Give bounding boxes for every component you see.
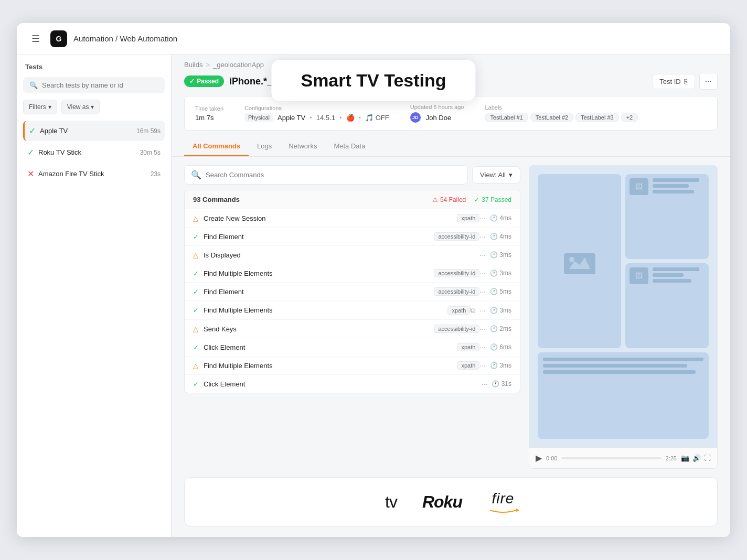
tab-networks[interactable]: Networks xyxy=(280,137,325,156)
command-row[interactable]: △ Send Keys accessibility-id ··· 🕐 2ms xyxy=(185,320,520,338)
command-time: 🕐 5ms xyxy=(490,288,511,295)
test-id-button[interactable]: Test ID ⎘ xyxy=(653,74,695,89)
view-as-button[interactable]: View as ▾ xyxy=(61,100,100,114)
warning-icon: △ xyxy=(193,325,204,333)
test-item-apple-tv[interactable]: ✓ Apple TV 16m 59s xyxy=(23,121,165,141)
fail-icon: ✕ xyxy=(27,169,34,179)
logo-icon: G xyxy=(50,30,67,47)
label-more: +2 xyxy=(621,113,638,122)
command-row[interactable]: ✓ Find Multiple Elements xpath ⧉ ··· 🕐 3… xyxy=(185,301,520,320)
breadcrumb-separator: > xyxy=(206,61,210,69)
more-icon[interactable]: ··· xyxy=(479,343,486,351)
brand-bar: tv Roku fire xyxy=(184,477,718,526)
command-time: 🕐 2ms xyxy=(490,325,511,332)
command-row[interactable]: △ Create New Session xpath ··· 🕐 4ms xyxy=(185,209,520,228)
command-name: Send Keys xyxy=(204,325,430,333)
test-item-fire[interactable]: ✕ Amazon Fire TV Stick 23s xyxy=(23,164,165,184)
commands-summary: 93 Commands ⚠ 54 Failed ✓ 37 Passed xyxy=(185,190,520,209)
tab-logs[interactable]: Logs xyxy=(249,137,280,156)
copy-icon[interactable]: ⧉ xyxy=(470,306,475,315)
more-icon[interactable]: ··· xyxy=(479,361,486,370)
command-time: 🕐 3ms xyxy=(490,270,511,277)
test-item-roku[interactable]: ✓ Roku TV Stick 30m 5s xyxy=(23,142,165,163)
command-name: Is Displayed xyxy=(204,251,479,259)
command-name: Create New Session xyxy=(204,214,453,222)
command-name: Find Multiple Elements xyxy=(204,306,443,314)
breadcrumb-builds[interactable]: Builds xyxy=(184,61,202,69)
sidebar-title: Tests xyxy=(23,63,165,71)
check-icon: ✓ xyxy=(193,233,204,241)
sidebar: Tests 🔍 Filters ▾ View as ▾ xyxy=(17,55,172,537)
label-3: TestLabel #3 xyxy=(575,113,618,122)
command-row[interactable]: ✓ Click Element ··· 🕐 31s xyxy=(185,375,520,393)
tab-all-commands[interactable]: All Commands xyxy=(184,137,249,156)
command-tag: accessibility-id xyxy=(434,269,479,277)
tabs: All Commands Logs Networks Meta Data xyxy=(172,137,730,157)
command-name: Find Element xyxy=(204,288,430,296)
preview-panel: 🖼 🖼 xyxy=(529,165,718,469)
command-tag: xpath xyxy=(457,343,479,351)
more-icon[interactable]: ··· xyxy=(479,232,486,241)
command-tag: xpath xyxy=(457,361,479,370)
check-icon: ✓ xyxy=(474,196,479,203)
menu-button[interactable]: ☰ xyxy=(27,30,44,47)
command-time: 🕐 6ms xyxy=(490,343,511,351)
view-all-button[interactable]: View: All ▾ xyxy=(472,166,520,184)
pass-icon: ✓ xyxy=(29,126,36,136)
header: ☰ G Automation / Web Automation xyxy=(17,23,730,55)
command-name: Click Element xyxy=(204,380,482,388)
test-time: 30m 5s xyxy=(140,149,161,156)
search-input[interactable] xyxy=(42,81,158,89)
commands-panel: 🔍 View: All ▾ 93 Commands xyxy=(184,165,520,469)
fullscreen-icon[interactable]: ⛶ xyxy=(704,454,711,462)
command-row[interactable]: ✓ Find Multiple Elements accessibility-i… xyxy=(185,264,520,283)
app-window: ☰ G Automation / Web Automation Smart TV… xyxy=(17,23,730,537)
command-name: Find Element xyxy=(204,233,430,241)
filters-button[interactable]: Filters ▾ xyxy=(23,100,57,114)
command-time: 🕐 4ms xyxy=(490,214,511,222)
more-icon[interactable]: ··· xyxy=(479,287,486,296)
smart-tv-title: Smart TV Testing xyxy=(301,70,446,91)
test-time: 16m 59s xyxy=(136,127,161,135)
smart-tv-card: Smart TV Testing xyxy=(271,60,475,101)
tab-meta-data[interactable]: Meta Data xyxy=(325,137,374,156)
more-icon[interactable]: ··· xyxy=(479,325,486,333)
test-time: 23s xyxy=(151,170,161,178)
time-taken-value: 1m 7s xyxy=(195,114,223,122)
play-button[interactable]: ▶ xyxy=(536,453,542,463)
fire-arrow xyxy=(487,507,519,513)
command-time: 🕐 3ms xyxy=(490,307,511,314)
command-row[interactable]: ✓ Click Element xpath ··· 🕐 6ms xyxy=(185,338,520,357)
more-icon[interactable]: ··· xyxy=(479,251,486,259)
command-tag: accessibility-id xyxy=(434,325,479,333)
more-icon[interactable]: ··· xyxy=(479,269,486,277)
more-icon[interactable]: ··· xyxy=(482,380,488,388)
test-name: Amazon Fire TV Stick xyxy=(38,170,104,178)
camera-icon[interactable]: 📷 xyxy=(681,454,689,462)
label-1: TestLabel #1 xyxy=(485,113,528,122)
updated-label: Updated 6 hours ago xyxy=(410,104,464,110)
more-options-button[interactable]: ··· xyxy=(699,73,718,90)
fire-label: fire xyxy=(492,490,514,507)
apple-tv-label: tv xyxy=(385,492,397,512)
preview-placeholder-small-2: 🖼 xyxy=(625,263,709,348)
time-bar[interactable] xyxy=(561,457,661,459)
command-row[interactable]: △ Is Displayed ··· 🕐 3ms xyxy=(185,246,520,264)
search-box: 🔍 xyxy=(23,77,165,93)
user-avatar: JD xyxy=(410,112,421,123)
command-name: Find Multiple Elements xyxy=(204,362,453,370)
time-taken-label: Time taken xyxy=(195,105,223,112)
command-row[interactable]: △ Find Multiple Elements xpath ··· 🕐 3ms xyxy=(185,357,520,375)
command-row[interactable]: ✓ Find Element accessibility-id ··· 🕐 5m… xyxy=(185,283,520,301)
commands-search-input[interactable] xyxy=(206,171,461,179)
command-name: Click Element xyxy=(204,343,453,351)
more-icon[interactable]: ··· xyxy=(479,306,486,315)
check-icon: ✓ xyxy=(193,380,204,388)
commands-count: 93 Commands xyxy=(193,196,240,203)
check-icon: ✓ xyxy=(193,343,204,351)
warning-icon: △ xyxy=(193,362,204,370)
command-row[interactable]: ✓ Find Element accessibility-id ··· 🕐 4m… xyxy=(185,228,520,246)
user-name: Joh Doe xyxy=(426,114,451,122)
more-icon[interactable]: ··· xyxy=(479,214,486,222)
volume-icon[interactable]: 🔊 xyxy=(692,454,701,462)
